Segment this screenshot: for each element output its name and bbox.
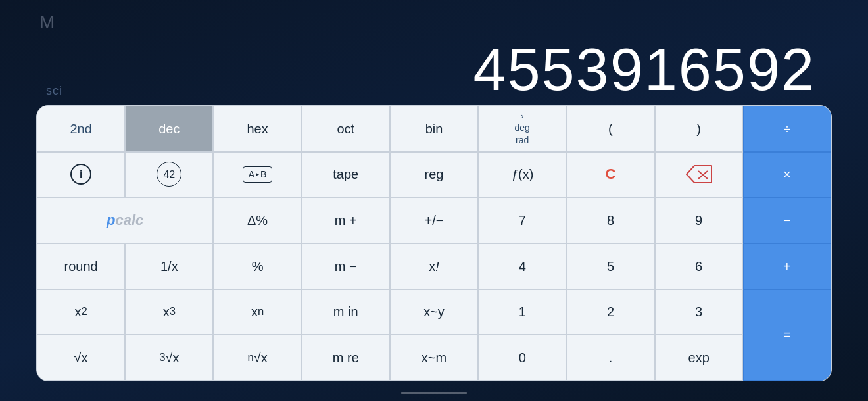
btn-5[interactable]: 5 (566, 243, 654, 289)
btn-percent[interactable]: % (213, 243, 301, 289)
btn-6[interactable]: 6 (655, 243, 743, 289)
btn-hex[interactable]: hex (213, 106, 301, 152)
btn-9[interactable]: 9 (655, 197, 743, 243)
btn-divide[interactable]: ÷ (743, 106, 831, 152)
btn-dec[interactable]: dec (125, 106, 213, 152)
btn-round[interactable]: round (37, 243, 125, 289)
btn-m-plus[interactable]: m + (302, 197, 390, 243)
btn-x-squared[interactable]: x2 (37, 289, 125, 335)
btn-decimal[interactable]: . (566, 335, 654, 381)
btn-m-in[interactable]: m in (302, 289, 390, 335)
btn-x-swap-m[interactable]: x~m (390, 335, 478, 381)
btn-tape[interactable]: tape (302, 152, 390, 198)
btn-cbrt[interactable]: 3√x (125, 335, 213, 381)
display: 4553916592 (473, 36, 815, 104)
btn-1-over-x[interactable]: 1/x (125, 243, 213, 289)
scroll-indicator (401, 392, 467, 394)
btn-plus-minus[interactable]: +/− (390, 197, 478, 243)
btn-3[interactable]: 3 (655, 289, 743, 335)
btn-open-paren[interactable]: ( (566, 106, 654, 152)
app-title: M (39, 12, 55, 33)
btn-deg-rad[interactable]: › deg rad (478, 106, 566, 152)
btn-42[interactable]: 42 (125, 152, 213, 198)
btn-close-paren[interactable]: ) (655, 106, 743, 152)
sci-label: sci (46, 84, 62, 98)
btn-pcalc[interactable]: pcalc (37, 197, 213, 243)
btn-x-factorial[interactable]: x! (390, 243, 478, 289)
btn-exp[interactable]: exp (655, 335, 743, 381)
btn-info[interactable]: i (37, 152, 125, 198)
btn-bin[interactable]: bin (390, 106, 478, 152)
btn-reg[interactable]: reg (390, 152, 478, 198)
btn-x-n[interactable]: xn (213, 289, 301, 335)
btn-oct[interactable]: oct (302, 106, 390, 152)
btn-backspace[interactable] (655, 152, 743, 198)
btn-4[interactable]: 4 (478, 243, 566, 289)
btn-a-b[interactable]: A▸B (213, 152, 301, 198)
btn-x-cubed[interactable]: x3 (125, 289, 213, 335)
btn-add[interactable]: + (743, 243, 831, 289)
btn-delta-pct[interactable]: Δ% (213, 197, 301, 243)
calculator-grid: 2nd dec hex oct bin › deg rad ( ) ÷ i 42… (36, 105, 832, 381)
btn-subtract[interactable]: − (743, 197, 831, 243)
btn-nth-root[interactable]: n√x (213, 335, 301, 381)
btn-multiply[interactable]: × (743, 152, 831, 198)
btn-equals[interactable]: = (743, 289, 831, 381)
btn-sqrt[interactable]: √x (37, 335, 125, 381)
btn-fx[interactable]: ƒ(x) (478, 152, 566, 198)
btn-clear[interactable]: C (566, 152, 654, 198)
btn-8[interactable]: 8 (566, 197, 654, 243)
btn-1[interactable]: 1 (478, 289, 566, 335)
btn-0[interactable]: 0 (478, 335, 566, 381)
btn-m-minus[interactable]: m − (302, 243, 390, 289)
btn-7[interactable]: 7 (478, 197, 566, 243)
btn-2nd[interactable]: 2nd (37, 106, 125, 152)
btn-m-re[interactable]: m re (302, 335, 390, 381)
btn-x-swap-y[interactable]: x~y (390, 289, 478, 335)
btn-2[interactable]: 2 (566, 289, 654, 335)
